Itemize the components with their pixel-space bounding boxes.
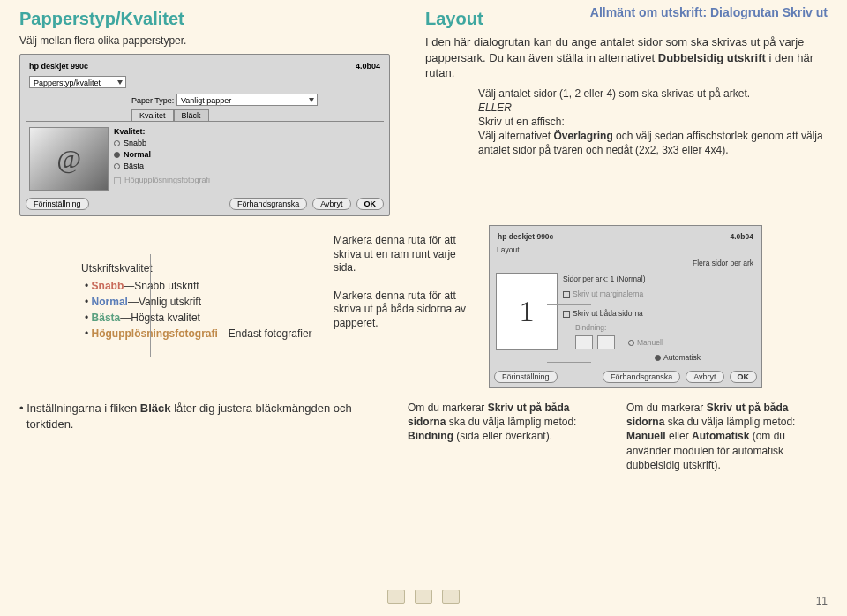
pages-per-sheet-label: Sidor per ark: — [563, 274, 608, 283]
dlg-printer: hp deskjet 990c — [29, 62, 88, 71]
left-title: Papperstyp/Kvalitet — [19, 9, 408, 29]
dlg2-btn-preview[interactable]: Förhandsgranska — [603, 371, 680, 383]
dialog-layout: hp deskjet 990c 4.0b04 Layout Flera sido… — [489, 225, 762, 388]
radio-basta[interactable]: Bästa — [114, 161, 210, 172]
paper-type-label: Paper Type: — [131, 96, 174, 105]
btn-cancel[interactable]: Avbryt — [312, 198, 350, 210]
radio-normal[interactable]: Normal — [114, 149, 210, 161]
check-highres: Högupplösningsfotografi — [114, 175, 210, 186]
both-sides-explain: Om du markerar Skriv ut på båda sidorna … — [408, 401, 828, 472]
bind-icon-side[interactable] — [575, 335, 593, 349]
layout-preview: 1 — [496, 273, 558, 350]
page-section-header: Allmänt om utskrift: Dialogrutan Skriv u… — [590, 5, 828, 19]
layout-instructions: Välj antalet sidor (1, 2 eller 4) som sk… — [478, 86, 828, 158]
dlg2-btn-ok[interactable]: OK — [730, 371, 758, 383]
radio-snabb[interactable]: Snabb — [114, 138, 210, 149]
pages-per-sheet-select[interactable]: 1 (Normal) — [610, 274, 645, 283]
left-subtitle: Välj mellan flera olika papperstyper. — [19, 34, 408, 47]
quality-label: Kvalitet: — [114, 127, 146, 136]
nav-icon-2[interactable] — [415, 590, 432, 604]
dlg2-btn-cancel[interactable]: Avbryt — [686, 371, 723, 383]
check-margins[interactable]: Skriv ut marginalerna — [563, 288, 755, 300]
footer-nav-icons — [0, 590, 847, 605]
paper-type-select[interactable]: Vanligt papper — [176, 94, 318, 106]
dlg2-panel-select[interactable]: Layout — [497, 245, 520, 254]
dlg2-btn-preset[interactable]: Förinställning — [494, 371, 558, 383]
radio-auto[interactable]: Automatisk — [655, 351, 755, 364]
page-number: 11 — [816, 595, 828, 607]
tab-ink[interactable]: Bläck — [174, 109, 209, 121]
btn-preview[interactable]: Förhandsgranska — [229, 198, 307, 210]
dialog-paper-quality: hp deskjet 990c 4.0b04 Papperstyp/kvalit… — [19, 54, 390, 216]
nav-icon-1[interactable] — [387, 590, 405, 604]
multi-pages-select[interactable]: Flera sidor per ark — [693, 259, 753, 267]
dlg2-version: 4.0b04 — [731, 232, 753, 241]
ink-tab-note: Inställningarna i fliken Bläck låter dig… — [19, 401, 390, 472]
check-both-sides[interactable]: Skriv ut båda sidorna — [563, 307, 755, 319]
radio-manual[interactable]: Manuell — [628, 336, 663, 349]
binding-label: Bindning: — [575, 321, 755, 334]
layout-callouts: Markera denna ruta för att skriva ut en … — [334, 225, 475, 388]
dlg-version: 4.0b04 — [356, 62, 380, 71]
btn-preset[interactable]: Förinställning — [26, 198, 89, 210]
nav-icon-3[interactable] — [442, 590, 460, 604]
dlg-panel-select[interactable]: Papperstyp/kvalitet — [29, 76, 126, 88]
layout-intro: I den här dialogrutan kan du ange antale… — [425, 34, 828, 81]
bind-icon-top[interactable] — [597, 335, 615, 349]
quality-legend: Utskriftskvalitet • Snabb—Snabb utskrift… — [19, 225, 319, 388]
preview-thumb: @ — [29, 127, 109, 191]
tab-quality[interactable]: Kvalitet — [131, 109, 174, 121]
dlg2-printer: hp deskjet 990c — [498, 232, 553, 241]
btn-ok[interactable]: OK — [356, 198, 385, 210]
